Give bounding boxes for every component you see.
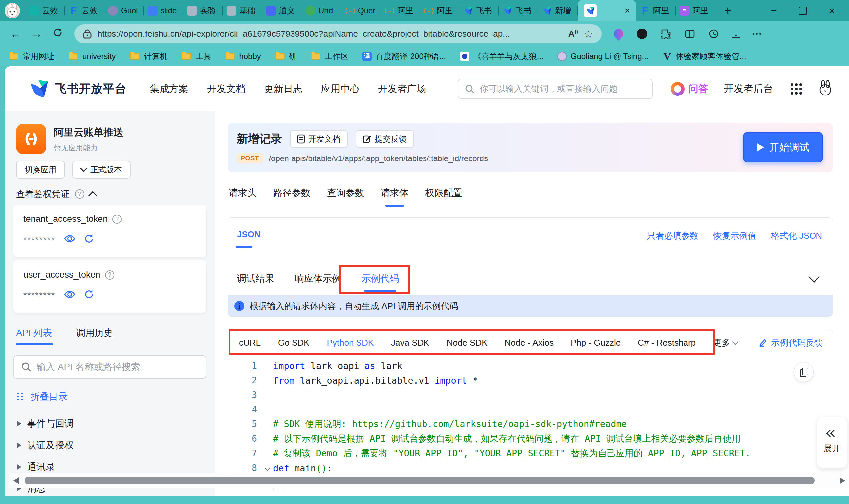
collapse-directory-link[interactable]: 折叠目录 [16, 390, 68, 403]
switch-app-button[interactable]: 切换应用 [16, 161, 65, 179]
json-action-格式化 JSON[interactable]: 格式化 JSON [771, 230, 822, 242]
nav-item-集成方案[interactable]: 集成方案 [150, 82, 188, 95]
show-token-eye-icon[interactable] [64, 234, 75, 243]
read-aloud-icon[interactable]: A)) [568, 29, 578, 39]
tree-item-通讯录[interactable]: 通讯录 [17, 461, 55, 473]
sdk-tab-Php - Guzzle[interactable]: Php - Guzzle [571, 338, 620, 348]
tree-item-认证及授权[interactable]: 认证及授权 [17, 439, 74, 452]
result-tab-响应体示例[interactable]: 响应体示例 [295, 262, 341, 295]
browser-tab-active[interactable]: × [578, 0, 636, 21]
fold-chevron[interactable] [262, 466, 273, 470]
bookmark-item[interactable]: 计算机 [130, 51, 167, 62]
location-pin-icon[interactable] [612, 27, 626, 41]
result-tab-调试结果[interactable]: 调试结果 [237, 262, 274, 295]
history-clock-icon[interactable] [708, 29, 719, 39]
collapse-chevron-icon[interactable] [808, 271, 820, 283]
copy-code-button[interactable] [794, 362, 814, 382]
minimize-button[interactable]: − [771, 5, 777, 17]
browser-tab[interactable]: F阿里 [636, 0, 675, 21]
url-field[interactable]: https://open.feishu.cn/api-explorer/cli_… [74, 24, 601, 43]
bookmark-item[interactable]: 《喜羊羊与灰太狼... [460, 51, 544, 62]
split-screen-icon[interactable] [685, 29, 695, 39]
help-icon[interactable]: ? [112, 215, 122, 224]
browser-tab[interactable]: ≡阿里 [675, 0, 715, 21]
nav-item-开发者广场[interactable]: 开发者广场 [378, 82, 426, 95]
browser-tab[interactable]: Und [302, 0, 341, 21]
settings-more-icon[interactable] [753, 33, 761, 35]
tab-api-list[interactable]: API 列表 [16, 327, 52, 339]
qa-link[interactable]: 问答 [671, 82, 708, 96]
submit-feedback-button[interactable]: 提交反馈 [356, 130, 414, 148]
close-tab-icon[interactable]: × [625, 5, 630, 16]
nav-item-更新日志[interactable]: 更新日志 [264, 82, 303, 95]
start-debug-button[interactable]: 开始调试 [743, 132, 823, 162]
sdk-tab-C# - Restsharp[interactable]: C# - Restsharp [638, 338, 696, 348]
maximize-button[interactable] [799, 7, 807, 15]
bookmark-item[interactable]: hobby [225, 52, 261, 61]
scrollbar-thumb[interactable] [24, 477, 814, 484]
show-token-eye-icon[interactable] [64, 290, 75, 299]
browser-tab[interactable]: 云效 [25, 0, 65, 21]
site-search-input[interactable]: 你可以输入关键词，或直接输入问题 [458, 78, 653, 99]
sdk-tab-Java SDK[interactable]: Java SDK [391, 338, 430, 348]
browser-tab[interactable]: F云效 [65, 0, 104, 21]
api-search-input[interactable]: 输入 API 名称或路径搜索 [13, 356, 206, 379]
code-editor[interactable]: 1import lark_oapi as lark2from lark_oapi… [229, 355, 833, 490]
version-select[interactable]: 正式版本 [72, 161, 131, 179]
forward-button[interactable]: → [31, 28, 42, 40]
browser-tab[interactable]: (-)Quer [341, 0, 380, 21]
sdk-tab-Python SDK[interactable]: Python SDK [327, 338, 374, 348]
sdk-tab-Go SDK[interactable]: Go SDK [278, 338, 309, 348]
bookmark-item[interactable]: 译百度翻译-200种语... [362, 51, 446, 62]
browser-profile-avatar[interactable] [5, 3, 20, 18]
chevron-up-icon[interactable] [88, 191, 97, 200]
scroll-left-arrow[interactable] [13, 478, 19, 484]
sdk-tab-更多[interactable]: 更多 [713, 337, 737, 348]
tab-json[interactable]: JSON [237, 230, 261, 240]
code-link[interactable]: https://github.com/larksuite/oapi-sdk-py… [352, 419, 627, 429]
downloads-icon[interactable]: ↓ [732, 30, 740, 38]
browser-tab[interactable]: slide [144, 0, 183, 21]
sdk-tab-Node SDK[interactable]: Node SDK [447, 338, 488, 348]
assistant-bunny-icon[interactable] [817, 80, 834, 98]
bookmark-item[interactable]: Guoliang Li @ Tsing... [558, 52, 649, 61]
browser-tab[interactable]: 飞书 [499, 0, 538, 21]
json-action-只看必填参数[interactable]: 只看必填参数 [647, 230, 699, 242]
browser-tab[interactable]: 飞书 [459, 0, 499, 21]
request-tab-路径参数[interactable]: 路径参数 [273, 187, 310, 206]
nav-item-开发文档[interactable]: 开发文档 [207, 82, 246, 95]
browser-tab[interactable]: (-)阿里 [380, 0, 420, 21]
bookmark-item[interactable]: 工作区 [311, 51, 348, 62]
bookmark-item[interactable]: university [68, 52, 116, 61]
request-tab-请求头[interactable]: 请求头 [229, 187, 257, 206]
request-tab-权限配置[interactable]: 权限配置 [425, 187, 462, 206]
request-tab-请求体[interactable]: 请求体 [381, 187, 409, 206]
bookmark-item[interactable]: V体验家顾客体验管... [663, 51, 746, 62]
json-action-恢复示例值[interactable]: 恢复示例值 [713, 230, 756, 242]
tree-item-事件与回调[interactable]: 事件与回调 [17, 417, 74, 430]
developer-console-link[interactable]: 开发者后台 [724, 82, 773, 95]
dev-doc-button[interactable]: 开发文档 [290, 130, 347, 148]
refresh-token-icon[interactable] [84, 234, 94, 244]
nav-item-应用中心[interactable]: 应用中心 [321, 82, 360, 95]
sdk-tab-cURL[interactable]: cURL [239, 338, 261, 348]
browser-tab[interactable]: 新增 [538, 0, 578, 21]
tab-call-history[interactable]: 调用历史 [76, 327, 113, 339]
browser-tab[interactable]: 基础 [222, 0, 262, 21]
bookmark-item[interactable]: 研 [275, 51, 297, 62]
bookmark-item[interactable]: 常用网址 [8, 51, 54, 62]
profile-circle-icon[interactable] [637, 29, 647, 39]
apps-grid-icon[interactable] [791, 83, 802, 94]
sample-code-feedback-link[interactable]: 示例代码反馈 [759, 337, 823, 348]
help-icon[interactable]: ? [105, 270, 114, 280]
browser-tab[interactable]: (-)阿里 [420, 0, 459, 21]
expand-panel-button[interactable]: 展开 [817, 417, 847, 468]
brand[interactable]: 飞书开放平台 [29, 78, 127, 100]
request-tab-查询参数[interactable]: 查询参数 [327, 187, 364, 206]
sdk-tab-Node - Axios[interactable]: Node - Axios [504, 338, 553, 348]
help-icon[interactable]: ? [75, 189, 84, 199]
browser-tab[interactable]: Guol [104, 0, 144, 21]
back-button[interactable]: ← [10, 28, 21, 40]
bookmark-item[interactable]: 工具 [181, 51, 211, 62]
refresh-token-icon[interactable] [84, 289, 94, 300]
